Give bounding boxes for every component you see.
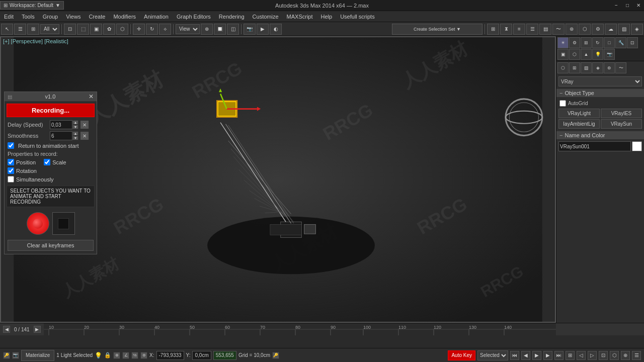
toolbar-snap[interactable]: 🔲 <box>214 24 226 35</box>
toolbar-snap2[interactable]: ◫ <box>227 24 239 35</box>
toolbar-mirror[interactable]: ⧗ <box>500 24 512 35</box>
delay-spin-up[interactable]: ▲ <box>72 120 78 125</box>
pb-3[interactable]: ▷ <box>588 351 597 360</box>
simultaneously-checkbox[interactable] <box>8 176 14 183</box>
right-icon-render[interactable]: ☀ <box>557 37 569 48</box>
toolbar-layer[interactable]: ☰ <box>526 24 538 35</box>
vray-amb-button[interactable]: IayAmbientLig <box>558 119 600 129</box>
pb-6[interactable]: ⊕ <box>621 351 630 360</box>
toolbar-render-setup[interactable]: ⚙ <box>592 24 604 35</box>
delay-clear-button[interactable]: ✕ <box>80 121 89 129</box>
right-icon-modify[interactable]: ⚙ <box>569 37 580 48</box>
right-icon-5[interactable]: 💡 <box>592 49 603 60</box>
smoothness-spin-down[interactable]: ▼ <box>72 136 78 140</box>
right-icon-f[interactable]: 〜 <box>615 62 626 73</box>
menu-item-animation[interactable]: Animation <box>140 13 173 21</box>
prev-frame-button[interactable]: ◀ <box>521 351 530 360</box>
selected-dropdown[interactable]: Selected <box>477 350 508 360</box>
key-icon[interactable]: 🔑 <box>272 352 279 359</box>
toolbar-material[interactable]: ⬡ <box>579 24 591 35</box>
toolbar-move[interactable]: ✛ <box>133 24 145 35</box>
vray-light-button[interactable]: VRayLight <box>558 109 600 118</box>
toolbar-select-fence[interactable]: ▣ <box>90 24 102 35</box>
menu-item-maxscript[interactable]: MAXScript <box>283 13 317 21</box>
stop-button[interactable] <box>52 212 75 235</box>
toolbar-place-pivot[interactable]: ⊕ <box>201 24 213 35</box>
right-icon-display[interactable]: □ <box>604 37 615 48</box>
menu-item-modifiers[interactable]: Modifiers <box>109 13 140 21</box>
x-coord[interactable]: -793,9333 <box>156 351 184 360</box>
go-end-button[interactable]: ⏭ <box>554 351 564 360</box>
scale-checkbox[interactable] <box>44 159 50 165</box>
toolbar-align[interactable]: ≡ <box>513 24 525 35</box>
menu-item-customize[interactable]: Customize <box>249 13 283 21</box>
menu-item-rendering[interactable]: Rendering <box>215 13 249 21</box>
close-button[interactable]: ✕ <box>633 0 644 11</box>
vray-ies-button[interactable]: VRayIES <box>601 109 642 118</box>
status-key-icon[interactable]: 🔑 <box>3 352 10 359</box>
toolbar-select[interactable]: ⊡ <box>64 24 76 35</box>
autogrid-checkbox[interactable] <box>559 100 566 107</box>
menu-item-graph-editors[interactable]: Graph Editors <box>173 13 215 21</box>
smoothness-input[interactable] <box>50 131 72 140</box>
right-icon-a[interactable]: ⬡ <box>557 62 569 73</box>
toolbar-select-paint[interactable]: ⬡ <box>116 24 128 35</box>
toolbar-ribbon[interactable]: ▤ <box>539 24 551 35</box>
toolbar-more2[interactable]: ◈ <box>631 24 643 35</box>
right-icon-d[interactable]: ◈ <box>592 62 603 73</box>
name-color-header[interactable]: − Name and Color <box>556 131 644 139</box>
toolbar-render-frame[interactable]: 📷 <box>244 24 256 35</box>
right-icon-hierarchy[interactable]: ⊞ <box>581 37 592 48</box>
z-coord[interactable]: 553,655 <box>213 351 236 360</box>
toolbar-view-select[interactable]: View <box>176 24 200 34</box>
right-icon-e[interactable]: ⊛ <box>604 62 615 73</box>
toolbar-environment[interactable]: ☁ <box>605 24 617 35</box>
return-checkbox[interactable] <box>8 142 14 149</box>
toolbar-pointer[interactable]: ↖ <box>1 24 13 35</box>
y-coord[interactable]: 0,0cm <box>192 351 211 360</box>
percent-snap-icon[interactable]: % <box>131 352 138 359</box>
toolbar-create-selection-set[interactable]: Create Selection Set ▼ <box>392 24 482 35</box>
status-camera-icon[interactable]: 📷 <box>12 352 19 359</box>
clear-keyframes-button[interactable]: Clear all keyframes <box>8 240 94 251</box>
toolbar-select-region[interactable]: ⬚ <box>77 24 89 35</box>
workspace-selector[interactable]: ⊞ Workspace: Default ▼ <box>0 1 64 10</box>
recording-button[interactable]: Recording... <box>7 104 95 117</box>
menu-item-usefull-scripts[interactable]: Usefull scripts <box>336 13 378 21</box>
plugin-close-button[interactable]: ✕ <box>89 93 94 100</box>
toolbar-curve[interactable]: 〜 <box>552 24 565 35</box>
toolbar-rotate[interactable]: ↻ <box>146 24 158 35</box>
rotation-checkbox[interactable] <box>8 167 14 174</box>
right-icon-6[interactable]: 📷 <box>604 49 615 60</box>
pb-2[interactable]: ◁ <box>577 351 586 360</box>
auto-key-button[interactable]: Auto Key <box>448 350 475 360</box>
object-color-swatch[interactable] <box>632 141 642 151</box>
toolbar-scale[interactable]: ⟡ <box>159 24 171 35</box>
timeline-bar[interactable]: ◀ 0 / 141 ▶ 10 20 30 40 50 60 70 <box>0 323 644 335</box>
vray-sun-button[interactable]: VRaySun <box>601 119 642 129</box>
right-icon-3[interactable]: ⬡ <box>569 49 580 60</box>
right-icon-c[interactable]: ▧ <box>581 62 592 73</box>
timeline-ruler[interactable]: 10 20 30 40 50 60 70 80 90 100 110 120 1… <box>44 323 556 335</box>
right-icon-1[interactable]: ⊡ <box>627 37 638 48</box>
menu-item-help[interactable]: Help <box>317 13 337 21</box>
smoothness-spin-up[interactable]: ▲ <box>72 131 78 136</box>
toolbar-select-lasso[interactable]: ✿ <box>103 24 115 35</box>
toolbar-select-by-name[interactable]: ☰ <box>14 24 26 35</box>
toolbar-active-shade[interactable]: ◐ <box>270 24 282 35</box>
vray-dropdown[interactable]: VRay <box>558 76 642 86</box>
toolbar-quick-render[interactable]: ▶ <box>257 24 269 35</box>
right-icon-4[interactable]: ▲ <box>581 49 592 60</box>
materialize-button[interactable]: Materialize <box>21 350 54 361</box>
angle-snap-icon[interactable]: ∠ <box>122 352 129 359</box>
maximize-button[interactable]: □ <box>622 0 633 11</box>
delay-spin-down[interactable]: ▼ <box>72 125 78 129</box>
toolbar-schematic[interactable]: ⊛ <box>566 24 578 35</box>
delay-input[interactable] <box>50 120 72 129</box>
pb-5[interactable]: ⬡ <box>610 351 619 360</box>
toolbar-named-sel[interactable]: ⊞ <box>487 24 499 35</box>
smoothness-clear-button[interactable]: ✕ <box>80 132 89 140</box>
play-button[interactable]: ▶ <box>532 351 541 360</box>
viewport[interactable]: [+] [Perspective] [Realistic] 人人素材 RRCG … <box>0 36 556 323</box>
snap-toggle-icon[interactable]: ⊕ <box>113 352 120 359</box>
